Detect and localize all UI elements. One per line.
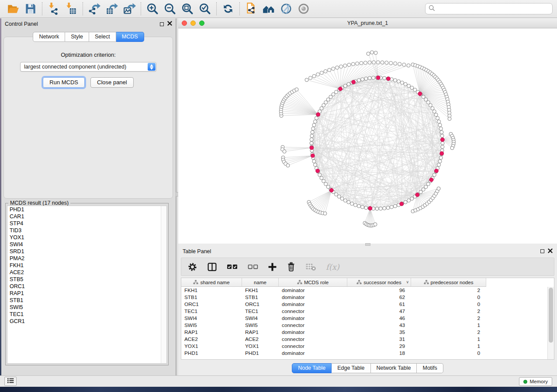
search-input[interactable] [437,6,552,12]
columns-icon[interactable] [207,262,217,272]
column-header-shared-name[interactable]: shared name [181,278,242,286]
mcds-result-list[interactable]: PHD1CAR1STP4TID3YOX1SWI4SRD1PMA2FKH1ACE2… [7,206,167,364]
table-row[interactable]: FKH1FKH1dominator962 [181,287,547,294]
table-cell: PHD1 [181,350,242,357]
column-header-MCDS-role[interactable]: MCDS role [279,278,347,286]
table-row[interactable]: TEC1TEC1connector472 [181,308,547,315]
add-icon[interactable] [268,262,277,272]
search-icon [429,5,435,13]
export-table-icon[interactable] [103,1,121,16]
mcds-result-item[interactable]: PMA2 [7,255,166,262]
mcds-result-item[interactable]: STB5 [7,276,166,283]
table-cell: dominator [279,350,347,357]
tab-motifs[interactable]: Motifs [417,363,443,373]
table-scrollbar[interactable] [547,287,554,359]
home-icon[interactable] [260,1,277,16]
network-graph[interactable] [178,28,557,244]
table-cell: STB1 [242,294,279,301]
column-header-predecessor-nodes[interactable]: predecessor nodes [411,278,486,286]
tab-select[interactable]: Select [89,32,116,42]
mcds-result-item[interactable]: ORC1 [7,283,166,290]
mcds-result-item[interactable]: CAR1 [7,213,166,220]
zoom-out-icon[interactable] [161,1,179,16]
open-file-icon[interactable] [4,1,22,16]
column-header-name[interactable]: name [242,278,279,286]
zoom-in-icon[interactable] [144,1,161,16]
tab-node-table[interactable]: Node Table [292,363,332,373]
mcds-result-item[interactable]: STB1 [7,297,166,304]
tab-edge-table[interactable]: Edge Table [332,363,370,373]
column-header-successor-nodes[interactable]: successor nodes∨ [347,278,411,286]
table-row[interactable]: SWI5SWI5connector431 [181,322,547,329]
zoom-selected-icon[interactable] [196,1,214,16]
export-image-icon[interactable] [121,1,138,16]
close-panel-icon[interactable] [548,248,553,254]
zoom-fit-icon[interactable] [179,1,196,16]
toolbar-separator [239,2,240,15]
network-canvas[interactable] [178,28,557,244]
mcds-result-item[interactable]: GCR1 [7,318,166,325]
table-row[interactable]: RAP1RAP1dominator352 [181,329,547,336]
save-session-icon[interactable] [22,1,39,16]
task-history-button[interactable] [4,377,17,386]
table-cell: 46 [347,315,411,322]
tab-style[interactable]: Style [65,32,89,42]
scrollbar-thumb[interactable] [549,288,553,343]
table-cell: TEC1 [242,308,279,315]
float-panel-icon[interactable] [160,22,164,26]
tab-network[interactable]: Network [33,32,65,42]
mcds-result-item[interactable]: SRD1 [7,248,166,255]
network-window-titlebar[interactable]: YPA_prune.txt_1 [178,18,557,28]
memory-button[interactable]: Memory [519,377,552,386]
select-all-icon[interactable] [227,262,238,271]
table-cell: 1 [411,343,486,350]
mcds-result-item[interactable]: YOX1 [7,234,166,241]
table-row[interactable]: STB1STB1dominator620 [181,294,547,301]
mcds-result-item[interactable]: TEC1 [7,311,166,318]
table-row[interactable]: YOX1YOX1connector291 [181,343,547,350]
control-panel-header: Control Panel [1,18,176,30]
import-network-icon[interactable] [45,1,62,16]
table-row[interactable]: SWI4SWI4dominator462 [181,315,547,322]
run-mcds-button[interactable]: Run MCDS [43,77,85,88]
table-cell: YOX1 [181,343,242,350]
table-row[interactable]: ACE2ACE2connector311 [181,336,547,343]
table-cell: FKH1 [242,287,279,294]
mcds-result-item[interactable]: SWI4 [7,241,166,248]
tab-mcds[interactable]: MCDS [116,32,144,42]
mcds-result-item[interactable]: ACE2 [7,269,166,276]
table-row[interactable]: ORC1ORC1dominator610 [181,301,547,308]
table-header-row: shared namenameMCDS rolesuccessor nodes∨… [181,278,486,287]
table-cell: dominator [279,294,347,301]
delete-table-icon [305,262,316,271]
network-from-file-icon[interactable] [242,1,260,16]
import-table-icon[interactable] [62,1,80,16]
close-panel-button[interactable]: Close panel [90,77,134,88]
tab-network-table[interactable]: Network Table [371,363,417,373]
hide-details-icon[interactable] [277,1,295,16]
search-box[interactable] [425,3,553,14]
mcds-result-item[interactable]: TID3 [7,227,166,234]
deselect-all-icon[interactable] [248,263,258,271]
mcds-result-item[interactable]: FKH1 [7,262,166,269]
float-panel-icon[interactable] [540,249,544,253]
table-cell: 2 [411,308,486,315]
trash-icon[interactable] [287,262,296,272]
table-row[interactable]: PHD1PHD1dominator180 [181,350,547,357]
table-panel-title: Table Panel [183,248,540,254]
optimization-criterion-select[interactable]: largest connected component (undirected) [20,62,156,72]
mcds-result-item[interactable]: STP4 [7,220,166,227]
table-cell: dominator [279,329,347,336]
eye-icon[interactable] [295,1,312,16]
export-network-icon[interactable] [86,1,103,16]
network-view-window: YPA_prune.txt_1 [178,18,557,244]
refresh-icon[interactable] [219,1,237,16]
gear-icon[interactable] [187,262,197,272]
mcds-result-item[interactable]: RAP1 [7,290,166,297]
close-panel-icon[interactable] [167,21,172,27]
mcds-result-item[interactable]: SWI5 [7,304,166,311]
mcds-result-item[interactable]: PHD1 [7,206,166,213]
result-list-scrollbar[interactable] [161,206,166,363]
list-icon [7,378,14,385]
table-cell: PHD1 [242,350,279,357]
